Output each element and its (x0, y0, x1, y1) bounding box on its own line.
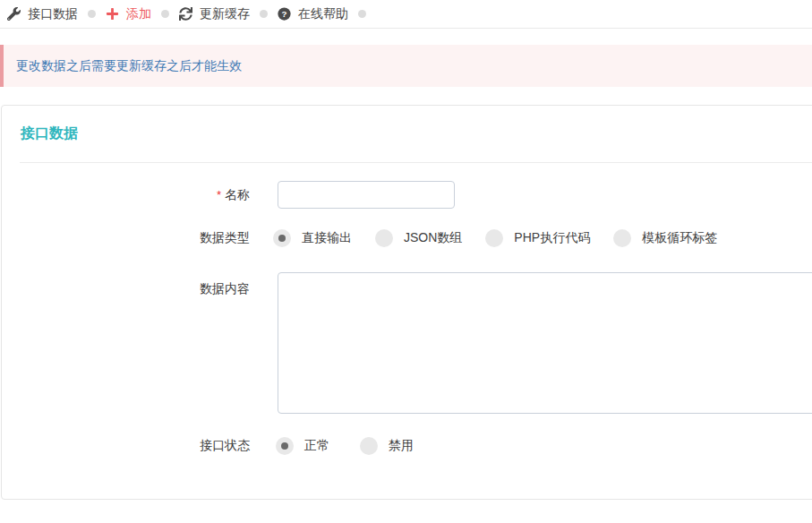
toolbar-item-interface-data[interactable]: 接口数据 (7, 6, 78, 22)
title-divider (20, 162, 812, 163)
toolbar-item-label: 更新缓存 (200, 6, 250, 22)
form-row-data-content: 数据内容 (2, 272, 812, 414)
svg-text:?: ? (282, 9, 287, 19)
radio-php-code[interactable]: PHP执行代码 (485, 229, 590, 247)
question-icon: ? (278, 7, 291, 21)
radio-icon (485, 229, 503, 247)
dot-separator (358, 10, 366, 18)
radio-icon (273, 229, 291, 247)
wrench-icon (7, 7, 21, 21)
plus-icon (106, 7, 119, 21)
page-title: 接口数据 (2, 106, 812, 141)
radio-status-disabled[interactable]: 禁用 (360, 437, 414, 455)
toolbar-item-label: 接口数据 (28, 6, 78, 22)
dot-separator (161, 10, 169, 18)
form-row-data-type: 数据类型 直接输出 JSON数组 PHP执行代码 模板循环标签 (2, 229, 812, 247)
toolbar: 接口数据 添加 更新缓存 ? 在线帮助 (0, 0, 812, 29)
radio-icon (613, 229, 631, 247)
radio-template-loop-tag[interactable]: 模板循环标签 (613, 229, 717, 247)
toolbar-item-label: 添加 (126, 6, 151, 22)
radio-status-normal[interactable]: 正常 (276, 437, 329, 455)
radio-icon (375, 229, 393, 247)
name-label: *名称 (2, 187, 250, 203)
online-help-button[interactable]: ? 在线帮助 (278, 6, 348, 22)
interface-data-panel: 接口数据 *名称 数据类型 直接输出 JSON数组 PHP执行代码 (1, 105, 812, 500)
radio-direct-output[interactable]: 直接输出 (273, 229, 352, 247)
refresh-icon (179, 7, 192, 21)
radio-icon (276, 437, 294, 455)
name-input[interactable] (278, 181, 455, 209)
data-content-label: 数据内容 (2, 272, 250, 297)
required-asterisk: * (217, 188, 221, 201)
dot-separator (260, 10, 268, 18)
form-row-name: *名称 (2, 181, 812, 209)
add-button[interactable]: 添加 (106, 6, 151, 22)
data-content-textarea[interactable] (278, 272, 812, 414)
alert-text: 更改数据之后需要更新缓存之后才能生效 (16, 58, 242, 73)
update-cache-button[interactable]: 更新缓存 (179, 6, 250, 22)
form-row-status: 接口状态 正常 禁用 (2, 437, 812, 455)
status-label: 接口状态 (2, 438, 250, 454)
radio-icon (360, 437, 378, 455)
data-type-label: 数据类型 (2, 230, 250, 246)
dot-separator (88, 10, 96, 18)
radio-json-array[interactable]: JSON数组 (375, 229, 462, 247)
toolbar-item-label: 在线帮助 (298, 6, 348, 22)
alert-message: 更改数据之后需要更新缓存之后才能生效 (0, 45, 812, 87)
